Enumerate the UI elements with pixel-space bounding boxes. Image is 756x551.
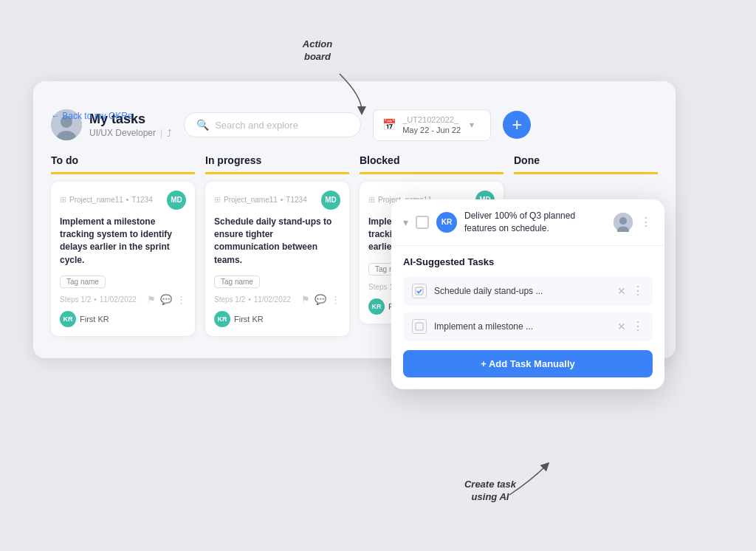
search-icon: 🔍: [196, 119, 209, 131]
task-check-icon-2[interactable]: [412, 319, 427, 334]
panel-avatar: [614, 213, 633, 232]
search-placeholder: Search and explore: [215, 120, 298, 131]
kr-circle-bl: KR: [368, 298, 385, 315]
board-header: My tasks UI/UX Developer | ⤴ 🔍 Search an…: [51, 109, 658, 141]
kr-badge-ip: KR First KR: [214, 311, 340, 327]
date-range: May 22 - Jun 22: [402, 125, 461, 135]
kr-badge-todo: KR First KR: [60, 311, 186, 327]
card-footer-ip: Steps 1/2 • 11/02/2022 ⚑ 💬 ⋮: [214, 294, 340, 305]
ai-task-actions-1: ✕ ⋮: [617, 284, 644, 298]
more-task-1-button[interactable]: ⋮: [632, 284, 644, 298]
tag-ip[interactable]: Tag name: [214, 276, 260, 288]
ai-task-item-1: Schedule daily stand-ups ... ✕ ⋮: [403, 276, 653, 306]
ai-section-title: AI-Suggested Tasks: [403, 256, 653, 267]
col-blocked-header: Blocked: [360, 154, 504, 174]
tag-todo[interactable]: Tag name: [60, 276, 106, 288]
date-info: _UT21022022_ May 22 - Jun 22: [402, 114, 461, 136]
ai-suggested-section: AI-Suggested Tasks Schedule daily stand-…: [391, 246, 664, 341]
project-info: ⊞ Project_name11 • T1234: [60, 195, 153, 205]
comment-icon[interactable]: 💬: [160, 294, 172, 305]
project-info-ip: ⊞ Project_name11 • T1234: [214, 195, 307, 205]
comment-icon-ip[interactable]: 💬: [315, 294, 326, 305]
col-done-header: Done: [514, 154, 658, 174]
panel-checkbox[interactable]: [416, 216, 429, 229]
card-title-ip: Schedule daily stand-ups to ensure tight…: [214, 216, 340, 267]
add-button[interactable]: +: [503, 111, 531, 139]
ai-panel-top: ▾ KR Deliver 100% of Q3 planned features…: [391, 199, 664, 246]
col-todo-header: To do: [51, 154, 195, 174]
create-task-annotation: Create taskusing AI: [453, 479, 527, 504]
task-check-icon-1[interactable]: [412, 284, 427, 298]
flag-icon[interactable]: ⚑: [147, 294, 156, 305]
share-icon[interactable]: ⤴: [167, 128, 172, 139]
card-title-todo: Implement a milestone tracking system to…: [60, 216, 186, 267]
project-icon-ip: ⊞: [214, 195, 221, 205]
column-todo: To do ⊞ Project_name11 • T1234 MD Implem…: [51, 154, 195, 337]
card-avatar-ip: MD: [321, 191, 340, 210]
svg-point-4: [619, 217, 627, 225]
task-card-inprogress: ⊞ Project_name11 • T1234 MD Schedule dai…: [205, 182, 349, 337]
column-inprogress: In progress ⊞ Project_name11 • T1234 MD …: [205, 154, 349, 337]
flag-icon-ip[interactable]: ⚑: [301, 294, 310, 305]
project-icon: ⊞: [60, 195, 66, 205]
remove-task-2-button[interactable]: ✕: [617, 321, 626, 332]
back-link[interactable]: ← Back to my OKRs: [51, 111, 132, 121]
search-bar[interactable]: 🔍 Search and explore: [184, 112, 361, 137]
more-task-2-button[interactable]: ⋮: [632, 319, 644, 333]
chevron-icon[interactable]: ▾: [403, 216, 408, 228]
user-role: UI/UX Developer | ⤴: [89, 128, 172, 139]
ai-task-actions-2: ✕ ⋮: [617, 319, 644, 333]
dropdown-arrow-icon: ▾: [470, 120, 474, 130]
panel-more-icon[interactable]: ⋮: [640, 215, 653, 229]
card-meta-ip: Steps 1/2 • 11/02/2022: [214, 295, 291, 304]
kr-circle-todo: KR: [60, 311, 76, 327]
more-icon-ip[interactable]: ⋮: [331, 294, 340, 305]
kr-label-ip: First KR: [234, 315, 264, 324]
panel-kr-badge: KR: [436, 212, 457, 233]
svg-rect-6: [416, 287, 423, 295]
ai-panel: ▾ KR Deliver 100% of Q3 planned features…: [391, 199, 664, 389]
card-top-ip: ⊞ Project_name11 • T1234 MD: [214, 191, 340, 210]
svg-rect-7: [416, 323, 423, 330]
project-icon-bl: ⊞: [368, 195, 375, 205]
sprint-name: _UT21022022_: [402, 114, 461, 125]
add-task-manually-button[interactable]: + Add Task Manually: [403, 350, 653, 377]
calendar-icon: 📅: [382, 118, 396, 131]
remove-task-1-button[interactable]: ✕: [617, 285, 626, 297]
card-actions-todo[interactable]: ⚑ 💬 ⋮: [147, 294, 186, 305]
card-actions-ip[interactable]: ⚑ 💬 ⋮: [301, 294, 340, 305]
card-avatar-todo: MD: [167, 191, 186, 210]
panel-task-title: Deliver 100% of Q3 planned features on s…: [464, 210, 606, 235]
card-meta-todo: Steps 1/2 • 11/02/2022: [60, 295, 137, 304]
kr-label-todo: First KR: [80, 315, 109, 324]
task-card-todo: ⊞ Project_name11 • T1234 MD Implement a …: [51, 182, 195, 337]
card-top: ⊞ Project_name11 • T1234 MD: [60, 191, 186, 210]
action-board-annotation: Actionboard: [288, 38, 347, 64]
kr-circle-ip: KR: [214, 311, 230, 327]
ai-task-item-2: Implement a milestone ... ✕ ⋮: [403, 312, 653, 341]
ai-task-label-2: Implement a milestone ...: [434, 321, 610, 332]
col-inprogress-header: In progress: [205, 154, 349, 174]
ai-task-label-1: Schedule daily stand-ups ...: [434, 286, 610, 296]
card-footer-todo: Steps 1/2 • 11/02/2022 ⚑ 💬 ⋮: [60, 294, 186, 305]
date-filter[interactable]: 📅 _UT21022022_ May 22 - Jun 22 ▾: [373, 109, 491, 141]
more-icon[interactable]: ⋮: [176, 294, 186, 305]
